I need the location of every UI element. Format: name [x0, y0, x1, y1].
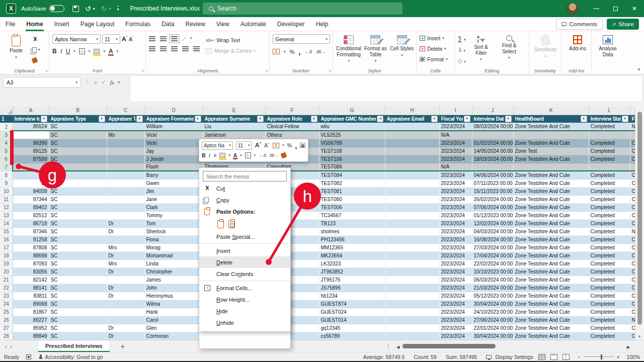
cell-D4[interactable]: Vicki — [144, 139, 203, 147]
filter-icon[interactable]: ↓▾ — [377, 116, 383, 122]
cell-C9[interactable] — [107, 179, 144, 187]
cell-I26[interactable]: 2023/2024 — [439, 316, 472, 324]
cell-I13[interactable]: 2023/2024 — [439, 211, 472, 219]
cell-K2[interactable]: Zone Testshire And Cute — [513, 123, 589, 131]
row-header-2[interactable]: 2 — [0, 123, 13, 131]
grow-font-button[interactable]: Aˆ — [122, 36, 127, 43]
cell-D7[interactable]: Flash — [144, 163, 203, 171]
accessibility-status[interactable]: Accessibility: Good to go — [38, 354, 103, 360]
cell-J27[interactable]: 22/01/2024 00:00 — [472, 324, 513, 332]
cell-M17[interactable]: C — [630, 243, 635, 251]
row-header-26[interactable]: 26 — [0, 316, 13, 324]
cell-B18[interactable]: SC — [49, 251, 107, 259]
cell-L24[interactable]: Completed — [589, 300, 630, 308]
cell-B10[interactable]: SC — [49, 187, 107, 195]
cell-I25[interactable]: 2023/2024 — [439, 308, 472, 316]
cell-C20[interactable]: Dr — [107, 267, 144, 276]
paste-keep-formatting-icon[interactable] — [217, 220, 224, 228]
table-header-cell[interactable]: HealthBoard▾ — [513, 115, 589, 123]
row-header-19[interactable]: 19 — [0, 259, 13, 267]
column-header-E[interactable]: E — [203, 107, 265, 115]
cell-H7[interactable] — [385, 163, 439, 171]
cell-L3[interactable] — [589, 131, 630, 139]
column-header-C[interactable]: C — [107, 107, 144, 115]
cell-M18[interactable]: C — [630, 251, 635, 259]
cell-A14[interactable]: 86718 — [13, 219, 49, 227]
cell-G5[interactable]: TEST108 — [319, 147, 385, 155]
cell-H12[interactable] — [385, 203, 439, 211]
filter-icon[interactable]: ▾ — [581, 116, 587, 122]
cell-K8[interactable]: Zone Testshire And Cute — [513, 171, 589, 179]
mini-align-icon[interactable]: ≡ — [213, 152, 216, 158]
find-select-button[interactable]: Find & Select▾ — [496, 33, 522, 66]
zoom-level[interactable]: 100% — [623, 354, 640, 360]
cell-L2[interactable]: Completed — [589, 123, 630, 131]
mini-percent-icon[interactable]: % — [287, 142, 292, 148]
cell-G28[interactable]: cs56789 — [319, 332, 385, 340]
cell-G17[interactable]: MM12365 — [319, 243, 385, 251]
undo-icon[interactable]: ↺ — [85, 5, 91, 13]
cell-D18[interactable]: Mohammad — [144, 251, 203, 259]
menu-item-clear-contents[interactable]: Clear Contents — [199, 268, 290, 280]
cell-J8[interactable]: 04/06/2024 00:00 — [472, 171, 513, 179]
cell-J14[interactable]: 12/02/2024 00:00 — [472, 219, 513, 227]
accounting-format-icon[interactable]: $ — [273, 49, 280, 54]
cell-G8[interactable]: TEST084 — [319, 171, 385, 179]
row-header-17[interactable]: 17 — [0, 243, 13, 251]
cell-J2[interactable]: 08/03/2024 00:00 — [472, 123, 513, 131]
row-header-15[interactable]: 15 — [0, 227, 13, 235]
ribbon-tab-help[interactable]: Help — [310, 17, 334, 31]
cell-J13[interactable]: 01/12/2023 00:00 — [472, 211, 513, 219]
cell-G14[interactable]: TB123 — [319, 219, 385, 227]
cell-J20[interactable]: 10/10/2023 00:00 — [472, 267, 513, 276]
cell-C3[interactable]: Ms — [107, 131, 144, 139]
borders-icon[interactable] — [79, 48, 85, 54]
ribbon-tab-home[interactable]: Home — [21, 17, 48, 31]
table-header-cell[interactable]: Interview Status▾ — [589, 115, 630, 123]
column-header-B[interactable]: B — [49, 107, 107, 115]
cell-L26[interactable]: Completed — [589, 316, 630, 324]
filter-icon[interactable]: ▾ — [195, 116, 201, 122]
cell-M19[interactable]: C — [630, 259, 635, 267]
cell-G13[interactable]: TC34567 — [319, 211, 385, 219]
mini-font-name-select[interactable]: Aptos Na▾ — [202, 141, 233, 150]
wrap-text-button[interactable]: ab↩Wrap Text — [206, 37, 256, 43]
cell-C23[interactable]: Dr — [107, 292, 144, 300]
display-settings-button[interactable]: Display Settings — [486, 354, 533, 360]
cell-G6[interactable]: TEST106 — [319, 155, 385, 163]
cell-I15[interactable]: 2023/2024 — [439, 227, 472, 235]
cell-B16[interactable]: SC — [49, 235, 107, 243]
cell-M12[interactable]: C — [630, 203, 635, 211]
select-all-corner[interactable] — [0, 107, 13, 115]
cell-G16[interactable]: PH123456 — [319, 235, 385, 243]
cell-D3[interactable]: Vicki — [144, 131, 203, 139]
cell-L4[interactable]: Completed — [589, 139, 630, 147]
cell-L22[interactable]: Completed — [589, 284, 630, 292]
document-title[interactable]: Prescribed Interviews.xlsx▾ — [130, 5, 206, 12]
cell-M11[interactable]: C — [630, 195, 635, 203]
cell-I6[interactable]: 2023/2024 — [439, 155, 472, 163]
cell-B15[interactable]: SC — [49, 227, 107, 235]
ribbon-tab-view[interactable]: View — [211, 17, 235, 31]
fill-button[interactable]: ⇩ ▾ — [458, 47, 466, 53]
cell-M3[interactable] — [630, 131, 635, 139]
cell-C13[interactable] — [107, 211, 144, 219]
cell-G23[interactable]: hb1234 — [319, 292, 385, 300]
column-header-D[interactable]: D — [144, 107, 203, 115]
cell-K7[interactable] — [513, 163, 589, 171]
cell-J4[interactable]: 01/02/2024 00:00 — [472, 139, 513, 147]
ribbon-tab-developer[interactable]: Developer — [272, 17, 310, 31]
cell-L18[interactable]: Completed — [589, 251, 630, 259]
cell-E2[interactable]: Liu — [203, 123, 265, 131]
cell-L14[interactable]: Completed — [589, 219, 630, 227]
fill-color-icon[interactable] — [94, 49, 100, 54]
formula-input[interactable] — [130, 75, 643, 102]
cell-B28[interactable]: SC — [49, 332, 107, 340]
horizontal-scrollbar-thumb[interactable] — [403, 344, 496, 348]
row-header-6[interactable]: 6 — [0, 155, 13, 163]
cell-H21[interactable] — [385, 276, 439, 284]
cell-B5[interactable]: SC — [49, 147, 107, 155]
autosave-toggle[interactable] — [49, 5, 64, 12]
ribbon-tab-formulas[interactable]: Formulas — [120, 17, 156, 31]
cell-D24[interactable]: Wilma — [144, 300, 203, 308]
